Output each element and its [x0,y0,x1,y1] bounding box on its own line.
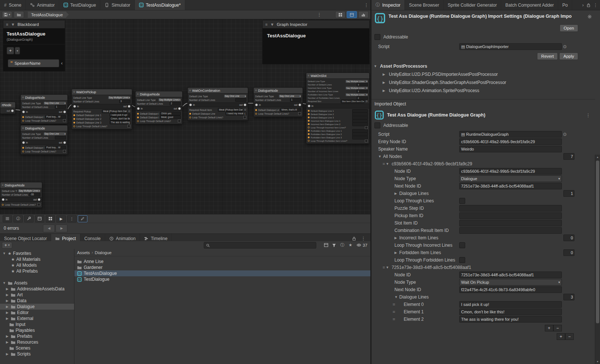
object-picker-icon[interactable]: ⊙ [366,100,368,103]
tree-item-all-models[interactable]: ★All Models [0,262,74,268]
combination-result-item-id-field[interactable] [459,227,562,234]
loop-port[interactable] [73,125,75,127]
chevron-right-icon[interactable]: ▶ [5,317,9,320]
loop-port[interactable] [137,120,139,122]
graph-node-dialogue-2[interactable]: ≡DialogueNode Default Line TypeSay One L… [20,125,68,155]
tab-batch-component-adder[interactable]: Batch Component Adder [501,0,558,10]
blackboard-property-speakername[interactable]: "SpeakerName [8,59,59,67]
minimap-toggle-button[interactable] [335,11,346,18]
line-type-dropdown[interactable]: Say Multiple Lines [108,96,130,99]
dialogue-line-field[interactable]: Cmon, don't be like this! [110,117,130,121]
element-1-field[interactable]: Cmon, don't be like this! [459,309,562,315]
line-type-dropdown[interactable]: Say One Line [224,95,246,98]
num-lines-field[interactable]: -55 [29,193,40,196]
num-lines-field[interactable] [55,136,66,139]
grid-button[interactable] [46,215,55,222]
in-port[interactable] [308,105,310,107]
forbidden-item-lines-foldout[interactable]: ▶Forbidden Item Lines [371,250,459,255]
addressable-checkbox[interactable] [374,122,380,128]
postprocessor-item[interactable]: ▶UnityEditor.U2D.PSD.PSDImporterAssetPos… [371,70,595,78]
forbidden-line-port[interactable] [308,130,310,132]
chevron-right-icon[interactable]: ▶ [5,305,9,309]
scroll-up-icon[interactable]: ▲ [595,155,600,159]
dialogue-lines-foldout[interactable]: ▼Dialogue Lines [371,294,459,300]
tree-assets-header[interactable]: ▼Assets [0,280,74,286]
dialogue-line-field[interactable] [352,136,368,139]
dialogue-line-port[interactable] [308,117,310,118]
in-port[interactable] [22,141,25,144]
forbidden-line-port[interactable] [308,136,310,138]
collapse-icon[interactable]: ▼ [270,22,274,27]
object-picker-icon[interactable]: ⊙ [128,110,130,113]
incorrect-lines-size-field[interactable]: 0 [563,235,574,241]
tab-more-icon[interactable]: ⋮ [362,0,370,10]
node-header[interactable]: ≡DialogueNode [21,95,67,101]
all-nodes-size-field[interactable]: 7 [563,153,574,160]
next-node-id-field[interactable]: f22a475e-4c2f-41c6-9b73-6a83498abfe0 [459,286,562,293]
loop-checkbox[interactable] [63,150,66,153]
drag-handle-icon[interactable]: = [383,265,384,270]
in-port[interactable] [255,104,258,106]
required-slot-object-field[interactable]: Slot Item (Slot Item Data) [341,100,364,103]
tools-button[interactable] [24,215,34,222]
loop-checkbox[interactable] [243,116,246,119]
tab-testdialogue[interactable]: TestDialogue [59,0,100,10]
tree-item-all-materials[interactable]: ★All Materials [0,256,74,262]
incorrect-line-port[interactable] [308,123,310,125]
in-port[interactable] [22,111,25,113]
dialogue-lines-size-field[interactable]: 1 [563,190,574,197]
loop-port[interactable] [189,117,191,118]
dialogue-line-port[interactable] [22,116,24,118]
dialogue-line-port[interactable] [73,114,75,116]
add-property-button[interactable]: + [7,47,14,54]
line-type-dropdown[interactable]: Say Multiple Lines [346,80,368,83]
dialogue-line-field[interactable]: Mmm, that's it! [280,108,301,112]
next-node-id-field[interactable]: 7251e73e-38d3-44ff-a8c5-bcf54088aaf1 [459,183,562,189]
object-picker-icon[interactable]: ⊙ [562,132,568,137]
tree-item-dialogue[interactable]: ▶Dialogue [0,304,74,310]
panel-menu-icon[interactable]: ⋮ [359,236,367,241]
tree-item-editor[interactable]: ▶Editor [0,310,74,316]
chevron-right-icon[interactable]: ▶ [5,287,9,291]
node-header[interactable]: ≡DialogueNode [136,91,182,97]
node-type-dropdown[interactable]: Wait On Pickup [459,279,562,286]
line-type-dropdown[interactable]: Say Multiple Lines [346,87,368,90]
tree-item-art[interactable]: ▶Art [0,292,74,298]
tab-scene[interactable]: #Scene [0,0,26,10]
save-button[interactable]: ▾ [2,11,12,18]
create-asset-button[interactable]: +▾ [2,242,12,249]
graph-node-dialogue-5[interactable]: ≡DialogueNode Default Line TypeSay Multi… [0,182,42,208]
speaker-name-field[interactable]: Weirdo [459,146,562,152]
forbidden-lines-size-field[interactable]: 0 [563,249,574,256]
dialogue-lines-size-field[interactable]: 3 [563,294,574,300]
drag-handle-icon[interactable]: = [393,317,404,322]
breadcrumb-root[interactable]: Assets [77,250,90,255]
forbidden-line-port[interactable] [308,133,310,135]
loop-checkbox[interactable] [298,112,301,115]
loop-checkbox[interactable] [178,119,181,122]
dialogue-line-port[interactable] [308,113,310,115]
tree-item-data[interactable]: ▶Data [0,298,74,304]
num-field[interactable]: 2 [357,90,368,93]
in-port[interactable] [2,198,4,201]
num-lines-field[interactable]: 3 [119,100,130,103]
addressable-checkbox[interactable] [374,34,380,40]
chevron-right-icon[interactable]: ▶ [5,340,9,344]
asset-item-gardener[interactable]: Gardener [74,264,370,270]
asset-item-testassdialogue[interactable]: TestAssDialogue [74,270,370,276]
out-port[interactable] [11,109,14,112]
node-id-field[interactable]: 7251e73e-38d3-44ff-a8c5-bcf54088aaf1 [459,272,562,278]
loop-through-incorrect-checkbox[interactable] [459,242,465,248]
graph-canvas[interactable]: rtNode out ≡DialogueNode Default Line Ty… [0,19,370,214]
loop-port[interactable] [308,127,310,128]
collapse-icon[interactable]: ▼ [11,22,15,27]
out-port[interactable] [128,105,130,108]
drag-handle-icon[interactable]: = [393,309,404,314]
dialogue-line-port[interactable] [73,122,75,124]
script-field[interactable]: ▤ DialogueGraphImporter [459,43,562,50]
slot-item-id-field[interactable] [459,220,562,226]
object-picker-icon[interactable]: ⊙ [562,44,568,49]
node-header[interactable]: ≡DialogueNode [0,182,42,188]
graph-node-dialogue-3[interactable]: ≡DialogueNode Default Line TypeSay Multi… [135,91,183,124]
search-by-type-button[interactable] [322,242,330,248]
